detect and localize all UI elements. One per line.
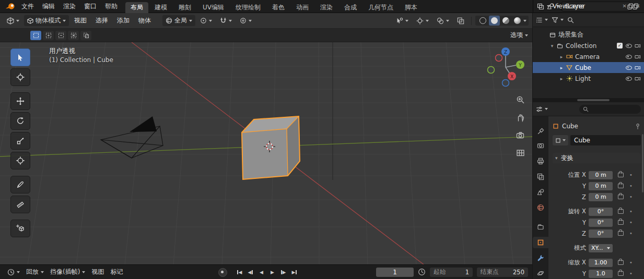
tab-output[interactable] [533, 155, 548, 167]
light-disable-render-icon[interactable] [633, 76, 642, 81]
select-mode-intersect-button[interactable] [80, 31, 91, 40]
gizmo-z-negative[interactable] [502, 80, 509, 87]
zoom-icon[interactable] [515, 94, 525, 105]
select-mode-extend-button[interactable] [43, 31, 54, 40]
outliner-item-cube[interactable]: ▸ Cube [533, 62, 644, 73]
properties-editor-dropdown[interactable] [536, 106, 548, 113]
cube-hide-eye-icon[interactable] [626, 66, 632, 70]
view-layer-caret[interactable] [547, 5, 550, 7]
xray-toggle[interactable] [454, 16, 467, 26]
gizmos-dropdown[interactable] [413, 16, 432, 26]
blender-logo-icon[interactable] [5, 3, 15, 10]
tab-rendering[interactable]: 渲染 [315, 2, 338, 13]
properties-search-field[interactable] [579, 105, 641, 114]
tab-texture-paint[interactable]: 纹理绘制 [230, 2, 266, 13]
tab-uv-editing[interactable]: UV编辑 [197, 2, 229, 13]
select-mode-subtract-button[interactable] [55, 31, 66, 40]
view-menu[interactable]: 视图 [88, 268, 107, 276]
tab-physics[interactable] [533, 268, 548, 279]
pan-hand-icon[interactable] [515, 112, 525, 123]
rotate-tool[interactable] [10, 112, 30, 130]
annotate-tool[interactable] [10, 176, 30, 193]
camera-disable-render-icon[interactable] [633, 54, 642, 59]
select-box-tool[interactable] [10, 48, 30, 66]
animate-dot-icon[interactable]: • [629, 209, 633, 214]
camera-hide-eye-icon[interactable] [626, 55, 632, 59]
object-id-type-button[interactable] [553, 135, 568, 145]
location-y-field[interactable]: 0 m [589, 182, 613, 190]
tab-scripting[interactable]: 脚本 [400, 2, 423, 13]
light-expand-icon[interactable]: ▸ [558, 76, 565, 81]
tab-shading[interactable]: 着色 [267, 2, 290, 13]
markers-menu[interactable]: 标记 [107, 268, 126, 276]
play-reverse-button[interactable]: ◀ [256, 268, 266, 277]
current-frame-field[interactable]: 1 [376, 268, 414, 277]
location-x-field[interactable]: 0 m [589, 171, 613, 179]
animate-dot-icon[interactable]: • [629, 172, 633, 178]
lock-icon[interactable] [618, 173, 624, 177]
outliner-item-camera[interactable]: ▸ Camera [533, 51, 644, 62]
lock-icon[interactable] [618, 209, 624, 214]
camera-view-icon[interactable] [515, 130, 525, 140]
new-view-layer-icon[interactable] [627, 3, 634, 9]
tab-animation[interactable]: 动画 [291, 2, 314, 13]
frame-end-field[interactable]: 结束点250 [477, 268, 528, 277]
tab-collection[interactable] [533, 222, 548, 233]
tab-geometry-nodes[interactable]: 几何节点 [363, 2, 399, 13]
outliner-item-scene-collection[interactable]: 场景集合 [533, 29, 644, 40]
play-button[interactable]: ▶ [267, 268, 277, 277]
location-z-field[interactable]: 0 m [589, 193, 613, 201]
lock-icon[interactable] [618, 195, 624, 199]
animate-dot-icon[interactable]: • [629, 271, 633, 276]
tab-object[interactable] [533, 237, 548, 248]
collection-expand-icon[interactable]: ▾ [548, 43, 556, 48]
viewport-3d[interactable]: 用户透视 (1) Collection | Cube [0, 42, 532, 264]
rotation-mode-dropdown[interactable]: XY... [589, 244, 613, 252]
cursor-tool[interactable] [10, 68, 30, 86]
gizmo-x-negative[interactable] [496, 55, 502, 62]
shading-material-button[interactable] [500, 16, 511, 26]
scale-tool[interactable] [10, 132, 30, 150]
add-cube-tool[interactable] [10, 220, 30, 237]
select-mode-new-button[interactable] [30, 31, 41, 40]
navigation-gizmo[interactable]: Z Y X [486, 47, 526, 88]
tab-compositing[interactable]: 合成 [339, 2, 362, 13]
outliner-item-collection[interactable]: ▾ Collection ✓ [533, 40, 644, 51]
lock-icon[interactable] [618, 220, 624, 225]
measure-tool[interactable] [10, 196, 30, 213]
transform-orientation-dropdown[interactable]: 全局 [162, 15, 195, 26]
tab-modeling[interactable]: 建模 [149, 2, 172, 13]
scale-y-field[interactable]: 1.0 [589, 270, 613, 278]
lock-icon[interactable] [618, 184, 624, 188]
lock-icon[interactable] [618, 260, 624, 265]
shading-rendered-button[interactable] [512, 16, 523, 26]
view-layer-icon[interactable] [537, 3, 544, 10]
object-name-field[interactable]: Cube [570, 135, 641, 145]
next-keyframe-button[interactable]: ▶ [278, 268, 288, 277]
gizmo-y-negative[interactable] [488, 67, 495, 74]
tab-render[interactable] [533, 140, 548, 152]
view-layer-name[interactable]: ViewLayer [553, 3, 585, 10]
menu-add[interactable]: 添加 [113, 15, 133, 26]
remove-view-layer-icon[interactable]: ✕ [636, 4, 640, 9]
camera-expand-icon[interactable]: ▸ [558, 54, 565, 59]
tab-layout[interactable]: 布局 [125, 2, 148, 13]
orthographic-grid-icon[interactable] [515, 148, 525, 158]
tab-tool[interactable] [533, 125, 548, 136]
animate-dot-icon[interactable]: • [629, 260, 633, 265]
properties-vertical-scrollbar[interactable] [642, 134, 643, 192]
frame-start-field[interactable]: 起始1 [430, 268, 473, 277]
select-mode-invert-button[interactable] [68, 31, 79, 40]
collection-hide-eye-icon[interactable] [626, 44, 632, 48]
keying-menu[interactable]: 挡像(插帧) [47, 268, 88, 276]
proportional-editing-dropdown[interactable] [237, 16, 255, 25]
light-hide-eye-icon[interactable] [626, 77, 632, 81]
tab-sculpting[interactable]: 雕刻 [173, 2, 196, 13]
tab-view-layer[interactable] [533, 171, 548, 183]
shading-solid-button[interactable] [489, 16, 500, 26]
collection-checkbox[interactable]: ✓ [617, 43, 623, 48]
menu-render[interactable]: 渲染 [59, 0, 80, 13]
animate-dot-icon[interactable]: • [629, 231, 633, 236]
previous-keyframe-button[interactable]: ◀ [245, 268, 255, 277]
rotation-z-field[interactable]: 0° [589, 229, 613, 238]
